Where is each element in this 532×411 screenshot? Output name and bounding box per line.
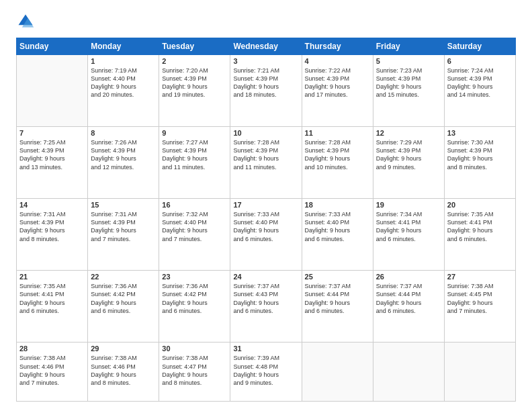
calendar-cell: 29Sunrise: 7:38 AM Sunset: 4:46 PM Dayli…	[88, 342, 159, 402]
day-info: Sunrise: 7:35 AM Sunset: 4:41 PM Dayligh…	[447, 210, 513, 243]
day-number: 11	[305, 129, 370, 137]
calendar-cell: 19Sunrise: 7:34 AM Sunset: 4:41 PM Dayli…	[373, 199, 444, 271]
calendar-cell: 14Sunrise: 7:31 AM Sunset: 4:39 PM Dayli…	[17, 199, 88, 271]
day-number: 22	[91, 273, 156, 281]
calendar-header-row: SundayMondayTuesdayWednesdayThursdayFrid…	[17, 38, 516, 55]
calendar-week-5: 28Sunrise: 7:38 AM Sunset: 4:46 PM Dayli…	[17, 342, 516, 402]
day-number: 10	[233, 129, 298, 137]
day-number: 12	[376, 129, 441, 137]
calendar-cell: 9Sunrise: 7:27 AM Sunset: 4:39 PM Daylig…	[159, 127, 230, 199]
calendar-cell: 30Sunrise: 7:38 AM Sunset: 4:47 PM Dayli…	[159, 342, 230, 402]
day-number: 6	[447, 57, 513, 65]
calendar-header-thursday: Thursday	[302, 38, 373, 55]
day-info: Sunrise: 7:34 AM Sunset: 4:41 PM Dayligh…	[376, 210, 441, 243]
calendar-cell: 25Sunrise: 7:37 AM Sunset: 4:44 PM Dayli…	[302, 271, 373, 342]
logo	[16, 12, 38, 31]
calendar-cell: 26Sunrise: 7:37 AM Sunset: 4:44 PM Dayli…	[373, 271, 444, 342]
day-number: 19	[376, 201, 441, 209]
day-info: Sunrise: 7:27 AM Sunset: 4:39 PM Dayligh…	[162, 138, 227, 171]
calendar-cell: 17Sunrise: 7:33 AM Sunset: 4:40 PM Dayli…	[230, 199, 302, 271]
day-info: Sunrise: 7:31 AM Sunset: 4:39 PM Dayligh…	[91, 210, 156, 243]
header	[16, 12, 516, 31]
day-number: 13	[447, 129, 513, 137]
day-info: Sunrise: 7:33 AM Sunset: 4:40 PM Dayligh…	[233, 210, 298, 243]
calendar-week-4: 21Sunrise: 7:35 AM Sunset: 4:41 PM Dayli…	[17, 271, 516, 342]
calendar-cell: 1Sunrise: 7:19 AM Sunset: 4:40 PM Daylig…	[88, 55, 159, 127]
calendar-cell: 6Sunrise: 7:24 AM Sunset: 4:39 PM Daylig…	[444, 55, 515, 127]
calendar-cell: 7Sunrise: 7:25 AM Sunset: 4:39 PM Daylig…	[17, 127, 88, 199]
calendar-cell: 24Sunrise: 7:37 AM Sunset: 4:43 PM Dayli…	[230, 271, 302, 342]
day-info: Sunrise: 7:38 AM Sunset: 4:46 PM Dayligh…	[19, 354, 85, 387]
day-number: 30	[162, 345, 227, 353]
day-number: 29	[91, 345, 156, 353]
calendar-cell: 5Sunrise: 7:23 AM Sunset: 4:39 PM Daylig…	[373, 55, 444, 127]
calendar-header-friday: Friday	[373, 38, 444, 55]
day-number: 3	[233, 57, 298, 65]
day-number: 1	[91, 57, 156, 65]
day-info: Sunrise: 7:39 AM Sunset: 4:48 PM Dayligh…	[233, 354, 298, 387]
calendar-cell: 21Sunrise: 7:35 AM Sunset: 4:41 PM Dayli…	[17, 271, 88, 342]
day-info: Sunrise: 7:31 AM Sunset: 4:39 PM Dayligh…	[19, 210, 85, 243]
calendar-cell: 10Sunrise: 7:28 AM Sunset: 4:39 PM Dayli…	[230, 127, 302, 199]
calendar-cell: 15Sunrise: 7:31 AM Sunset: 4:39 PM Dayli…	[88, 199, 159, 271]
day-info: Sunrise: 7:35 AM Sunset: 4:41 PM Dayligh…	[19, 282, 85, 315]
day-info: Sunrise: 7:37 AM Sunset: 4:43 PM Dayligh…	[233, 282, 298, 315]
calendar-cell: 28Sunrise: 7:38 AM Sunset: 4:46 PM Dayli…	[17, 342, 88, 402]
calendar: SundayMondayTuesdayWednesdayThursdayFrid…	[16, 38, 516, 402]
calendar-week-3: 14Sunrise: 7:31 AM Sunset: 4:39 PM Dayli…	[17, 199, 516, 271]
day-info: Sunrise: 7:25 AM Sunset: 4:39 PM Dayligh…	[19, 138, 85, 171]
day-number: 28	[19, 345, 85, 353]
calendar-cell	[444, 342, 515, 402]
day-number: 4	[305, 57, 370, 65]
day-number: 2	[162, 57, 227, 65]
calendar-week-1: 1Sunrise: 7:19 AM Sunset: 4:40 PM Daylig…	[17, 55, 516, 127]
calendar-cell: 23Sunrise: 7:36 AM Sunset: 4:42 PM Dayli…	[159, 271, 230, 342]
day-number: 23	[162, 273, 227, 281]
day-info: Sunrise: 7:36 AM Sunset: 4:42 PM Dayligh…	[162, 282, 227, 315]
day-info: Sunrise: 7:22 AM Sunset: 4:39 PM Dayligh…	[305, 66, 370, 99]
page: SundayMondayTuesdayWednesdayThursdayFrid…	[0, 0, 532, 411]
calendar-cell: 18Sunrise: 7:33 AM Sunset: 4:40 PM Dayli…	[302, 199, 373, 271]
day-info: Sunrise: 7:37 AM Sunset: 4:44 PM Dayligh…	[305, 282, 370, 315]
day-info: Sunrise: 7:38 AM Sunset: 4:47 PM Dayligh…	[162, 354, 227, 387]
calendar-cell	[17, 55, 88, 127]
calendar-cell: 3Sunrise: 7:21 AM Sunset: 4:39 PM Daylig…	[230, 55, 302, 127]
calendar-header-monday: Monday	[88, 38, 159, 55]
day-info: Sunrise: 7:20 AM Sunset: 4:39 PM Dayligh…	[162, 66, 227, 99]
day-number: 14	[19, 201, 85, 209]
logo-icon	[16, 12, 35, 31]
day-number: 24	[233, 273, 298, 281]
day-number: 16	[162, 201, 227, 209]
calendar-header-saturday: Saturday	[444, 38, 515, 55]
day-number: 15	[91, 201, 156, 209]
day-number: 25	[305, 273, 370, 281]
day-info: Sunrise: 7:32 AM Sunset: 4:40 PM Dayligh…	[162, 210, 227, 243]
calendar-header-wednesday: Wednesday	[230, 38, 302, 55]
calendar-cell	[302, 342, 373, 402]
day-info: Sunrise: 7:38 AM Sunset: 4:45 PM Dayligh…	[447, 282, 513, 315]
calendar-cell: 4Sunrise: 7:22 AM Sunset: 4:39 PM Daylig…	[302, 55, 373, 127]
day-info: Sunrise: 7:29 AM Sunset: 4:39 PM Dayligh…	[376, 138, 441, 171]
day-info: Sunrise: 7:28 AM Sunset: 4:39 PM Dayligh…	[233, 138, 298, 171]
day-info: Sunrise: 7:37 AM Sunset: 4:44 PM Dayligh…	[376, 282, 441, 315]
day-number: 7	[19, 129, 85, 137]
day-number: 31	[233, 345, 298, 353]
day-number: 9	[162, 129, 227, 137]
day-info: Sunrise: 7:38 AM Sunset: 4:46 PM Dayligh…	[91, 354, 156, 387]
day-number: 21	[19, 273, 85, 281]
calendar-cell: 13Sunrise: 7:30 AM Sunset: 4:39 PM Dayli…	[444, 127, 515, 199]
day-info: Sunrise: 7:33 AM Sunset: 4:40 PM Dayligh…	[305, 210, 370, 243]
calendar-cell: 31Sunrise: 7:39 AM Sunset: 4:48 PM Dayli…	[230, 342, 302, 402]
day-info: Sunrise: 7:21 AM Sunset: 4:39 PM Dayligh…	[233, 66, 298, 99]
calendar-cell: 27Sunrise: 7:38 AM Sunset: 4:45 PM Dayli…	[444, 271, 515, 342]
day-number: 17	[233, 201, 298, 209]
day-info: Sunrise: 7:36 AM Sunset: 4:42 PM Dayligh…	[91, 282, 156, 315]
day-number: 26	[376, 273, 441, 281]
calendar-cell: 11Sunrise: 7:28 AM Sunset: 4:39 PM Dayli…	[302, 127, 373, 199]
day-info: Sunrise: 7:28 AM Sunset: 4:39 PM Dayligh…	[305, 138, 370, 171]
calendar-cell: 12Sunrise: 7:29 AM Sunset: 4:39 PM Dayli…	[373, 127, 444, 199]
day-info: Sunrise: 7:19 AM Sunset: 4:40 PM Dayligh…	[91, 66, 156, 99]
day-number: 27	[447, 273, 513, 281]
day-info: Sunrise: 7:30 AM Sunset: 4:39 PM Dayligh…	[447, 138, 513, 171]
calendar-header-tuesday: Tuesday	[159, 38, 230, 55]
